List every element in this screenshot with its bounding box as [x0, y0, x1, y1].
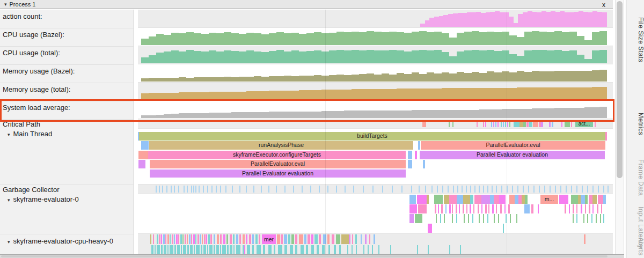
track-area[interactable]: act...buildTargetsrunAnalysisPhaseParall…	[138, 10, 613, 254]
slice[interactable]	[164, 245, 166, 255]
slice[interactable]	[573, 214, 574, 223]
slice[interactable]	[138, 160, 145, 168]
event-tick[interactable]	[544, 186, 545, 193]
slice[interactable]	[470, 204, 471, 213]
slice[interactable]	[498, 214, 499, 223]
slice[interactable]	[177, 245, 180, 255]
slice[interactable]	[182, 234, 184, 244]
slice[interactable]	[161, 245, 163, 255]
event-tick[interactable]	[523, 186, 524, 193]
slice[interactable]	[356, 245, 357, 255]
cpu-total-area-chart[interactable]	[141, 47, 607, 63]
event-tick[interactable]	[411, 186, 412, 193]
slice[interactable]	[277, 234, 280, 244]
slice[interactable]	[167, 245, 169, 255]
event-tick[interactable]	[571, 120, 572, 127]
slice[interactable]	[417, 245, 418, 255]
slice[interactable]	[487, 214, 488, 223]
track-mem-total[interactable]	[138, 83, 613, 101]
event-tick[interactable]	[479, 186, 480, 193]
slice[interactable]	[500, 204, 502, 213]
slice[interactable]	[589, 195, 592, 204]
slice[interactable]	[378, 245, 379, 255]
event-tick[interactable]	[327, 186, 328, 193]
slice[interactable]	[138, 151, 148, 159]
slice[interactable]	[390, 245, 391, 255]
slice[interactable]	[449, 195, 457, 204]
slice[interactable]	[220, 245, 221, 255]
slice[interactable]	[583, 214, 584, 223]
slice[interactable]	[352, 245, 353, 255]
event-tick[interactable]	[382, 186, 383, 193]
event-tick[interactable]	[401, 186, 402, 193]
slice[interactable]	[592, 195, 597, 204]
slice[interactable]	[597, 204, 598, 213]
row-label-garbage-collector[interactable]: Garbage Collector	[0, 186, 134, 195]
slice[interactable]	[347, 245, 348, 255]
tab-file-size-stats[interactable]: File Size Stats	[626, 12, 644, 68]
event-tick[interactable]	[501, 120, 502, 127]
slice[interactable]	[516, 214, 517, 223]
slice[interactable]	[255, 234, 258, 244]
slice[interactable]	[591, 214, 592, 223]
event-tick[interactable]	[363, 186, 364, 193]
event-tick[interactable]	[178, 186, 179, 193]
cpu-bazel-area-chart[interactable]	[141, 28, 607, 45]
slice[interactable]	[167, 234, 169, 244]
slice[interactable]	[515, 195, 518, 204]
slice[interactable]	[438, 204, 439, 213]
event-tick[interactable]	[533, 120, 538, 127]
slice[interactable]	[155, 245, 156, 255]
slice[interactable]	[494, 214, 495, 223]
slice[interactable]	[244, 245, 245, 255]
slice[interactable]	[464, 214, 465, 223]
track-system-load[interactable]	[138, 101, 613, 119]
slice[interactable]	[216, 245, 219, 255]
slice-runanalysisphase[interactable]: runAnalysisPhase	[149, 141, 413, 150]
slice[interactable]	[417, 195, 427, 204]
process-header[interactable]: ▾ Process 1 x	[0, 0, 613, 9]
slice[interactable]	[311, 234, 313, 244]
slice[interactable]	[314, 234, 318, 244]
slice[interactable]	[328, 245, 330, 255]
slice[interactable]	[284, 234, 287, 244]
event-tick[interactable]	[156, 186, 157, 193]
event-tick[interactable]	[517, 186, 518, 193]
event-tick[interactable]	[523, 120, 526, 127]
event-tick[interactable]	[576, 186, 577, 193]
slice[interactable]	[311, 245, 314, 255]
slice[interactable]	[589, 204, 590, 213]
slice[interactable]	[223, 234, 225, 244]
event-tick[interactable]	[174, 186, 175, 193]
event-tick[interactable]	[565, 120, 570, 127]
slice[interactable]	[214, 245, 215, 255]
event-tick[interactable]	[470, 186, 471, 193]
event-tick[interactable]	[491, 120, 492, 127]
slice[interactable]	[603, 195, 606, 204]
slice[interactable]	[474, 195, 481, 204]
slice[interactable]	[174, 234, 175, 244]
slice[interactable]	[268, 245, 272, 255]
slice[interactable]	[408, 160, 412, 168]
slice[interactable]	[584, 234, 586, 244]
slice-m-[interactable]: m...	[540, 195, 558, 204]
slice[interactable]	[249, 234, 251, 244]
slice[interactable]	[157, 245, 160, 255]
slice[interactable]	[435, 204, 436, 213]
slice[interactable]	[352, 234, 353, 244]
row-label-skyframe-evaluator-0[interactable]: ▾skyframe-evaluator-0	[0, 195, 134, 205]
slice[interactable]	[598, 195, 603, 204]
expand-caret-icon[interactable]: ▾	[8, 197, 10, 203]
slice[interactable]	[409, 214, 414, 223]
slice[interactable]	[573, 204, 574, 213]
slice-parallel-evaluator-evaluation[interactable]: Parallel Evaluator evaluation	[420, 151, 605, 159]
slice[interactable]	[153, 234, 154, 244]
slice[interactable]	[274, 245, 275, 255]
event-tick[interactable]	[503, 120, 504, 127]
row-label-cpu-bazel[interactable]: CPU usage (Bazel):	[0, 31, 134, 40]
slice[interactable]	[306, 245, 308, 255]
event-tick[interactable]	[336, 186, 337, 193]
slice-parallelevaluator-eval[interactable]: ParallelEvaluator.eval	[150, 160, 406, 168]
slice[interactable]	[481, 195, 490, 204]
event-tick[interactable]	[225, 186, 226, 193]
